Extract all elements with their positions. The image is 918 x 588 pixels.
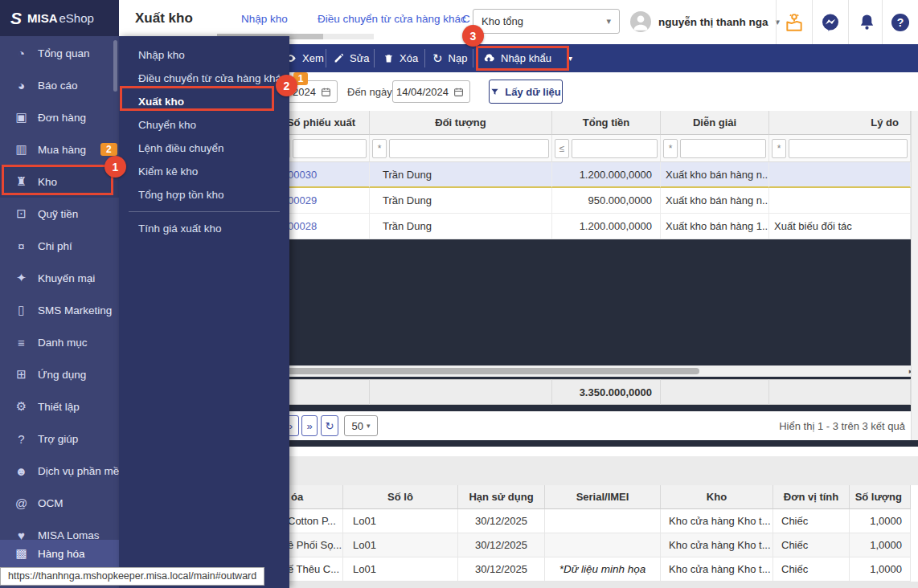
page-title: Xuất kho: [135, 10, 193, 27]
pencil-icon: [334, 53, 344, 63]
detail-column-unit[interactable]: Đơn vị tính: [773, 485, 850, 509]
page-size-select[interactable]: 50 ▾: [344, 415, 378, 436]
tab-truncated[interactable]: C: [462, 13, 470, 25]
delivery-icon: ▣: [14, 110, 28, 125]
filter-cell-amount: ≤: [552, 135, 661, 162]
sidebar-item-khuyen-mai[interactable]: ✦Khuyến mại: [0, 262, 119, 294]
sidebar-item-sms-marketing[interactable]: ▯SMS Marketing: [0, 294, 119, 326]
detail-column-warehouse[interactable]: Kho: [661, 485, 773, 509]
tab-nhap-kho[interactable]: Nhập kho: [241, 13, 288, 25]
filter-input-reason[interactable]: [789, 139, 908, 158]
sidebar-item-ung-dung[interactable]: ⊞Ứng dụng: [0, 358, 119, 390]
toolbar-divider: [473, 49, 473, 67]
annotation-step-1: 1: [105, 156, 126, 178]
submenu-nhap-kho[interactable]: Nhập kho: [119, 43, 289, 67]
last-page-button[interactable]: »: [301, 415, 318, 436]
import-button[interactable]: Nhập khẩu ▾: [482, 44, 572, 72]
avatar: [630, 11, 651, 32]
help-button[interactable]: ?: [882, 0, 918, 44]
sidebar-item-danh-muc[interactable]: ≡Danh mục: [0, 326, 119, 358]
toolbar-divider: [374, 49, 375, 67]
column-header-desc[interactable]: Diễn giải: [661, 111, 769, 135]
whats-new-button[interactable]: [776, 0, 812, 44]
kho-submenu: Nhập kho Điều chuyển từ cửa hàng khác1 X…: [119, 36, 289, 588]
sidebar-item-mua-hang[interactable]: ▥Mua hàng2: [0, 133, 119, 165]
apps-grid-icon: ⊞: [14, 367, 28, 382]
sidebar-item-don-hang[interactable]: ▣Đơn hàng: [0, 101, 119, 133]
filter-cell-reason: *: [769, 135, 911, 162]
sidebar-item-hang-hoa[interactable]: ▩ Hàng hóa: [0, 540, 119, 567]
filter-operator[interactable]: *: [372, 139, 387, 158]
warehouse-icon: ♜: [14, 174, 28, 189]
cart-icon: ▥: [14, 142, 28, 157]
dashboard-icon: ◔: [14, 47, 28, 60]
notifications-button[interactable]: [848, 0, 884, 44]
filter-input-desc[interactable]: [680, 139, 766, 158]
filter-operator[interactable]: ≤: [555, 139, 569, 158]
sidebar-nav: ◔Tổng quan ◕Báo cáo ▣Đơn hàng ▥Mua hàng2…: [0, 37, 119, 551]
edit-button[interactable]: Sửa: [334, 44, 370, 72]
tab-dieu-chuyen[interactable]: Điều chuyển từ cửa hàng khác: [318, 13, 466, 25]
store-select[interactable]: Kho tổng ▾: [473, 9, 620, 34]
filter-input-code[interactable]: [293, 139, 367, 158]
chevron-down-icon: ▾: [367, 422, 371, 430]
gift-icon: ✦: [14, 271, 28, 285]
sidebar: S MISA eShop ◔Tổng quan ◕Báo cáo ▣Đơn hà…: [0, 0, 119, 588]
sidebar-item-quy-tien[interactable]: ⊡Quỹ tiền: [0, 198, 119, 230]
submenu-kiem-ke-kho[interactable]: Kiểm kê kho: [119, 160, 289, 183]
chevron-down-icon: ▾: [606, 16, 611, 27]
filter-operator[interactable]: *: [772, 139, 786, 158]
column-header-amount[interactable]: Tổng tiền: [552, 111, 661, 135]
reload-button[interactable]: ↻ Nạp: [432, 44, 467, 72]
at-sign-icon: @: [14, 496, 28, 510]
status-url-tooltip: https://thanhnga.mshopkeeper.misa.local/…: [0, 567, 264, 586]
total-amount: 3.350.000,0000: [552, 379, 661, 405]
sidebar-item-dich-vu[interactable]: ☻Dịch vụ phần mềm: [0, 455, 119, 487]
sidebar-item-tong-quan[interactable]: ◔Tổng quan: [0, 37, 119, 69]
sidebar-item-bao-cao[interactable]: ◕Báo cáo: [0, 69, 119, 101]
submenu-divider: [129, 211, 280, 212]
view-button[interactable]: Xem: [285, 44, 324, 72]
boxes-icon: ▩: [14, 546, 28, 561]
load-data-button[interactable]: Lấy dữ liệu: [489, 80, 563, 104]
filter-input-partner[interactable]: [389, 139, 549, 158]
submenu-xuat-kho[interactable]: Xuất kho: [119, 90, 289, 113]
toolbar-divider: [424, 49, 425, 67]
column-header-partner[interactable]: Đối tượng: [370, 111, 552, 135]
detail-column-expiry[interactable]: Hạn sử dụng: [458, 485, 545, 509]
person-icon: ☻: [14, 464, 28, 478]
sidebar-item-chi-phi[interactable]: ¤Chi phí: [0, 230, 119, 262]
user-name: nguyễn thị thanh nga: [658, 16, 768, 28]
delete-button[interactable]: Xóa: [383, 44, 418, 72]
submenu-chuyen-kho[interactable]: Chuyển kho: [119, 113, 289, 137]
sidebar-item-kho[interactable]: ♜Kho: [0, 165, 119, 198]
detail-column-qty[interactable]: Số lượng: [850, 485, 911, 509]
to-date-field[interactable]: 14/04/2024: [392, 80, 470, 103]
sidebar-item-tro-giup[interactable]: ?Trợ giúp: [0, 423, 119, 455]
detail-column-serial[interactable]: Serial/IMEI: [545, 485, 661, 509]
filter-input-amount[interactable]: [572, 139, 658, 158]
detail-column-lot[interactable]: Số lô: [343, 485, 458, 509]
sidebar-item-ocm[interactable]: @OCM: [0, 487, 119, 519]
help-icon: ?: [891, 14, 909, 31]
brand-logo: S MISA eShop: [0, 0, 119, 36]
submenu-tong-hop-ton-kho[interactable]: Tổng hợp tồn kho: [119, 183, 289, 206]
misa-logo-mark: S: [10, 9, 22, 28]
messenger-icon: [821, 13, 840, 32]
filter-cell-desc: *: [661, 135, 769, 162]
demo-data-watermark: *Dữ liệu minh họa: [545, 557, 661, 582]
chevron-down-icon: ▾: [568, 54, 572, 63]
app-window: Xuất kho Nhập kho Điều chuyển từ cửa hàn…: [0, 0, 918, 588]
submenu-lenh-dieu-chuyen[interactable]: Lệnh điều chuyển: [119, 137, 289, 160]
submenu-dieu-chuyen[interactable]: Điều chuyển từ cửa hàng khác1: [119, 67, 289, 90]
messenger-button[interactable]: [812, 0, 848, 44]
submenu-tinh-gia-xuat-kho[interactable]: Tính giá xuất kho: [119, 217, 289, 240]
filter-operator[interactable]: *: [663, 139, 678, 158]
refresh-page-button[interactable]: ↻: [321, 415, 338, 436]
phone-icon: ▯: [14, 303, 28, 317]
vertical-scrollbar[interactable]: [911, 111, 918, 440]
sidebar-item-thiet-lap[interactable]: ⚙Thiết lập: [0, 390, 119, 423]
column-header-reason[interactable]: Lý do: [769, 111, 911, 135]
sidebar-scrollbar-thumb[interactable]: [113, 40, 117, 92]
user-menu[interactable]: nguyễn thị thanh nga ▾: [630, 10, 780, 34]
